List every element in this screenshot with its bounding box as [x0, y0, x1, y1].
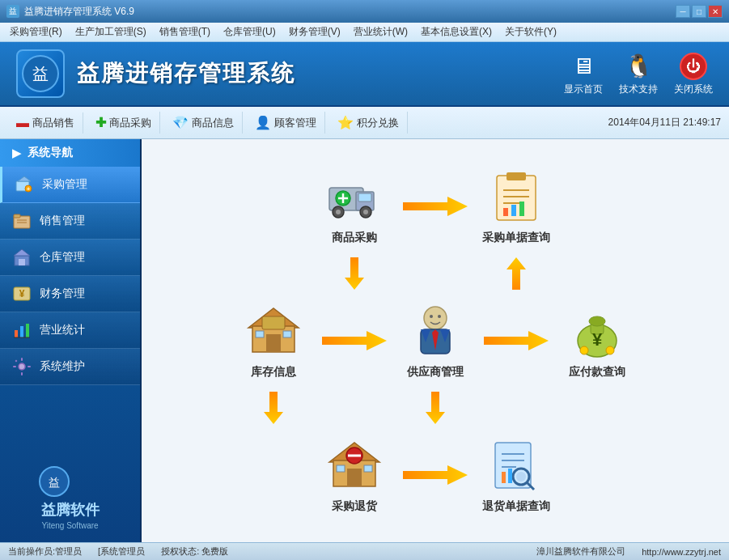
- svg-rect-88: [502, 472, 506, 483]
- supplier-label: 供应商管理: [407, 365, 464, 380]
- show-home-button[interactable]: 🖥 显示首页: [564, 52, 603, 96]
- svg-point-57: [424, 307, 447, 329]
- header: 益 益腾进销存管理系统 🖥 显示首页 🐧 技术支持 ⏻ 关闭系统: [0, 42, 729, 107]
- header-logo: 益: [16, 49, 65, 98]
- close-system-button[interactable]: ⏻ 关闭系统: [674, 52, 713, 96]
- main-content: 商品采购: [142, 139, 729, 542]
- sidebar-item-warehouse[interactable]: 仓库管理: [0, 240, 140, 276]
- menu-stats[interactable]: 营业统计(W): [347, 23, 414, 40]
- svg-rect-22: [21, 358, 23, 361]
- header-title: 益腾进销存管理系统: [77, 58, 564, 89]
- menu-purchase[interactable]: 采购管理(R): [3, 23, 69, 40]
- flow-item-payable[interactable]: ¥ 应付款查询: [549, 302, 646, 380]
- sidebar-item-purchase[interactable]: + 采购管理: [0, 167, 140, 203]
- toolbar-sales[interactable]: ▬ 商品销售: [8, 112, 83, 134]
- svg-text:⏻: ⏻: [686, 58, 701, 74]
- sales-folder-icon: [12, 211, 32, 231]
- toolbar-customer[interactable]: 👤 顾客管理: [247, 112, 325, 134]
- flow-row-2: 库存信息: [158, 302, 713, 380]
- nav-header-icon: ▶: [12, 146, 21, 159]
- svg-point-70: [606, 346, 614, 354]
- title-bar: 益 益腾进销存管理系统 V6.9 ─ □ ✕: [0, 0, 729, 23]
- toolbar-purchase[interactable]: ✚ 商品采购: [87, 112, 160, 134]
- sidebar-item-sales[interactable]: 销售管理: [0, 203, 140, 240]
- menu-warehouse[interactable]: 仓库管理(U): [217, 23, 282, 40]
- svg-marker-39: [403, 197, 468, 216]
- svg-marker-64: [484, 331, 549, 350]
- menu-sales[interactable]: 销售管理(T): [153, 23, 217, 40]
- purchase-truck-icon: [325, 168, 384, 226]
- sidebar-item-finance[interactable]: ¥ 财务管理: [0, 276, 140, 312]
- maximize-button[interactable]: □: [692, 5, 706, 18]
- arrow-return-to-query: [403, 463, 468, 487]
- svg-rect-23: [21, 372, 23, 375]
- header-buttons: 🖥 显示首页 🐧 技术支持 ⏻ 关闭系统: [564, 52, 713, 96]
- svg-rect-17: [15, 330, 18, 337]
- svg-rect-54: [283, 331, 291, 337]
- svg-point-33: [336, 210, 341, 214]
- status-website: http://www.zzytrj.net: [642, 547, 721, 557]
- sidebar-item-system[interactable]: 系统维护: [0, 349, 140, 385]
- arrow-inventory-down: [225, 392, 322, 424]
- arrow-query-up: [468, 257, 565, 290]
- menu-bar: 采购管理(R) 生产加工管理(S) 销售管理(T) 仓库管理(U) 财务管理(V…: [0, 23, 729, 42]
- system-gear-icon: [12, 357, 32, 376]
- svg-marker-13: [14, 249, 30, 256]
- sidebar-nav-header: ▶ 系统导航: [0, 139, 140, 167]
- footer-logo-text: 益腾软件: [12, 500, 128, 520]
- warehouse-icon: [12, 248, 32, 267]
- svg-point-35: [363, 210, 368, 214]
- flow-item-return-query[interactable]: 退货单据查询: [468, 436, 565, 514]
- svg-marker-71: [264, 392, 283, 424]
- menu-finance[interactable]: 财务管理(V): [282, 23, 347, 40]
- svg-rect-45: [503, 208, 508, 216]
- svg-rect-41: [506, 172, 526, 180]
- svg-rect-55: [262, 316, 285, 329]
- svg-marker-80: [403, 465, 468, 485]
- flow-item-return[interactable]: 采购退货: [306, 436, 403, 514]
- purchase-label: 商品采购: [332, 231, 377, 245]
- status-bar: 当前操作员:管理员 [系统管理员 授权状态: 免费版 漳川益腾软件有限公司 ht…: [0, 542, 729, 560]
- close-button[interactable]: ✕: [708, 5, 723, 18]
- svg-rect-24: [13, 366, 16, 367]
- minimize-button[interactable]: ─: [676, 5, 690, 18]
- svg-text:益: 益: [32, 65, 49, 83]
- svg-rect-89: [508, 469, 512, 483]
- svg-rect-77: [364, 465, 372, 472]
- svg-text:益: 益: [49, 477, 60, 489]
- svg-rect-19: [26, 324, 29, 337]
- app-icon: 益: [6, 5, 19, 18]
- tech-support-button[interactable]: 🐧 技术支持: [619, 52, 658, 96]
- toolbar-points[interactable]: ⭐ 积分兑换: [329, 112, 408, 134]
- title-bar-controls: ─ □ ✕: [676, 5, 723, 18]
- monitor-icon: 🖥: [567, 52, 600, 81]
- menu-production[interactable]: 生产加工管理(S): [69, 23, 153, 40]
- toolbar: ▬ 商品销售 ✚ 商品采购 💎 商品信息 👤 顾客管理 ⭐ 积分兑换 2014年…: [0, 107, 729, 139]
- sidebar-item-stats[interactable]: 营业统计: [0, 312, 140, 349]
- return-query-label: 退货单据查询: [482, 499, 550, 514]
- svg-rect-25: [28, 366, 31, 367]
- status-auth: 授权状态: 免费版: [161, 545, 228, 558]
- flow-item-purchase-query[interactable]: 采购单据查询: [468, 168, 565, 245]
- svg-point-21: [19, 363, 25, 370]
- v-arrows-row1: [158, 257, 713, 290]
- svg-rect-52: [266, 334, 281, 352]
- inventory-label: 库存信息: [251, 365, 296, 380]
- main-container: 益 益腾进销存管理系统 🖥 显示首页 🐧 技术支持 ⏻ 关闭系统: [0, 42, 729, 560]
- menu-about[interactable]: 关于软件(Y): [498, 23, 563, 40]
- arrow-supplier-down: [387, 392, 484, 424]
- flow-item-inventory[interactable]: 库存信息: [225, 302, 322, 380]
- svg-text:¥: ¥: [19, 288, 25, 299]
- flow-item-purchase[interactable]: 商品采购: [306, 168, 403, 245]
- svg-rect-53: [256, 331, 264, 337]
- customer-icon: 👤: [255, 115, 271, 130]
- toolbar-goods-info[interactable]: 💎 商品信息: [164, 112, 243, 134]
- flow-item-supplier[interactable]: 供应商管理: [387, 302, 484, 380]
- svg-marker-48: [345, 257, 364, 290]
- purchase-query-label: 采购单据查询: [482, 231, 550, 245]
- menu-settings[interactable]: 基本信息设置(X): [414, 23, 498, 40]
- inventory-icon: [244, 302, 303, 360]
- arrow-inventory-to-supplier: [322, 329, 387, 353]
- flow-row-1: 商品采购: [158, 168, 713, 245]
- toolbar-datetime: 2014年04月11日 21:49:17: [608, 116, 721, 129]
